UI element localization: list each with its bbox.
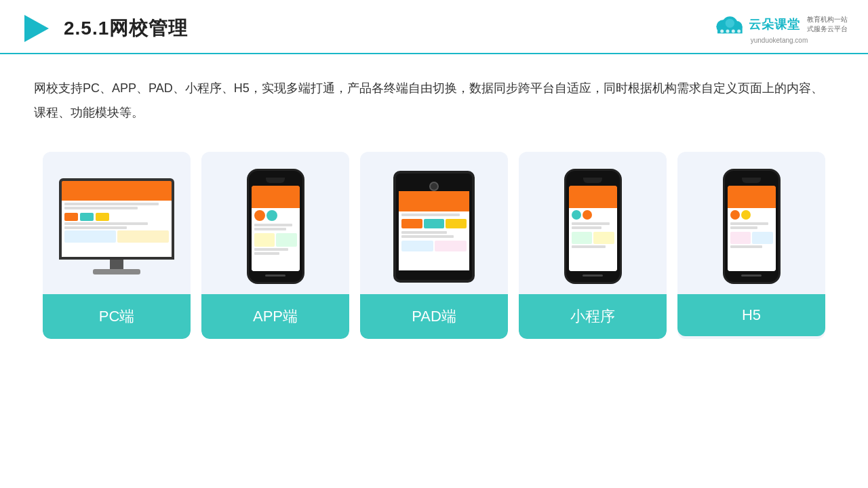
svg-point-7: [726, 30, 730, 33]
description-text: 网校支持PC、APP、PAD、小程序、H5，实现多端打通，产品各终端自由切换，数…: [0, 54, 868, 138]
play-icon: [20, 12, 53, 45]
card-pc-label: PC端: [43, 294, 191, 339]
logo-url: yunduoketang.com: [751, 37, 808, 44]
phone-device-h5: [723, 169, 781, 284]
svg-point-5: [726, 19, 734, 28]
logo-cloud: 云朵课堂 教育机构一站 式服务云平台: [711, 13, 848, 36]
cards-container: PC端: [0, 138, 868, 359]
card-pad-label: PAD端: [360, 294, 508, 339]
tablet-device: [393, 171, 475, 283]
page-title: 2.5.1网校管理: [64, 16, 188, 41]
card-pad-image: [360, 152, 508, 294]
phone-device-app: [247, 169, 304, 284]
logo-name: 云朵课堂: [749, 16, 800, 33]
svg-point-9: [737, 30, 741, 33]
card-pad: PAD端: [360, 152, 508, 339]
card-pc-image: [43, 152, 191, 294]
card-miniprogram-image: [519, 152, 667, 294]
card-pc: PC端: [43, 152, 191, 339]
card-app-image: [201, 152, 349, 294]
card-h5: H5: [677, 152, 825, 339]
svg-point-8: [732, 30, 735, 33]
card-miniprogram-label: 小程序: [519, 294, 667, 339]
cloud-logo-icon: [711, 13, 745, 36]
card-miniprogram: 小程序: [519, 152, 667, 339]
logo-area: 云朵课堂 教育机构一站 式服务云平台 yunduoketang.com: [711, 13, 848, 44]
card-h5-label: H5: [677, 294, 825, 336]
card-app: APP端: [201, 152, 349, 339]
card-app-label: APP端: [201, 294, 349, 339]
phone-device-mini: [564, 169, 622, 284]
logo-slogan: 教育机构一站 式服务云平台: [807, 15, 848, 34]
card-h5-image: [677, 152, 825, 294]
svg-marker-0: [24, 15, 49, 42]
page-header: 2.5.1网校管理 云朵课堂 教育机构一站 式服务云平台: [0, 0, 868, 54]
description-content: 网校支持PC、APP、PAD、小程序、H5，实现多端打通，产品各终端自由切换，数…: [34, 81, 823, 119]
svg-point-6: [720, 30, 724, 33]
monitor-device: [59, 178, 174, 274]
header-left: 2.5.1网校管理: [20, 12, 188, 45]
